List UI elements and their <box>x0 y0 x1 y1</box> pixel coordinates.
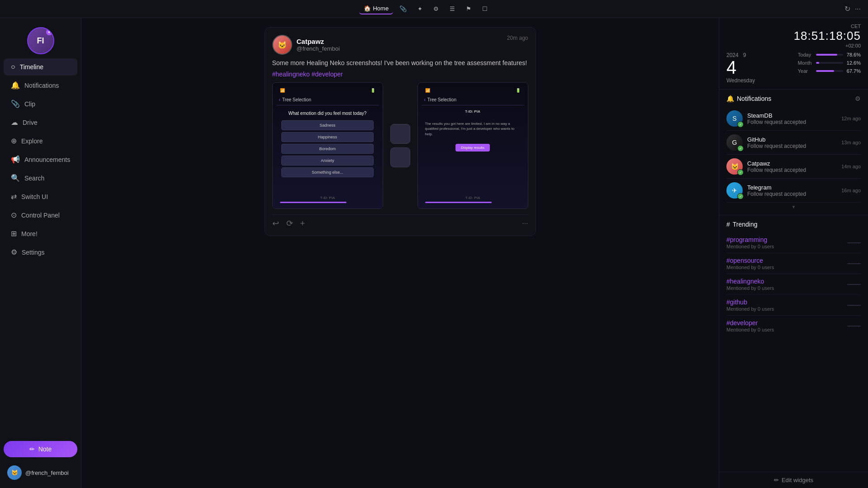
explore-icon: ⊕ <box>11 137 17 145</box>
phone-id-label: T-ID: PIA <box>461 105 484 118</box>
trending-programming-sub: Mentioned by 0 users <box>726 244 774 249</box>
catpawz-badge: ✓ <box>737 169 744 175</box>
clock-time: 18:51:18:05 <box>726 29 861 43</box>
back-arrow-2: ‹ <box>424 97 426 102</box>
trending-programming-info: #programming Mentioned by 0 users <box>726 236 774 249</box>
nav-flag[interactable]: ⚑ <box>461 4 476 14</box>
more-actions[interactable]: ··· <box>522 219 528 227</box>
trending-item-developer[interactable]: #developer Mentioned by 0 users <box>726 316 861 336</box>
option-happiness[interactable]: Happiness <box>281 132 374 142</box>
steamdb-time: 12m ago <box>841 116 861 121</box>
phone-cta-button[interactable]: Display results <box>455 144 490 152</box>
more-sidebar-icon: ⊞ <box>11 229 17 238</box>
clock-stat-year-bar <box>816 70 843 72</box>
sidebar-item-drive[interactable]: ☁ Drive <box>4 114 77 131</box>
reply-action[interactable]: ↩ <box>272 218 279 228</box>
nav-gear[interactable]: ⚙ <box>429 4 443 14</box>
nav-clip[interactable]: 📎 <box>395 4 411 14</box>
sidebar-item-explore[interactable]: ⊕ Explore <box>4 132 77 150</box>
edit-widgets-section[interactable]: ✏ Edit widgets <box>719 472 868 488</box>
sidebar-item-announcements[interactable]: 📢 Announcements <box>4 151 77 168</box>
trending-github-sub: Mentioned by 0 users <box>726 306 774 312</box>
clock-stat-year-pct: 67.7% <box>847 68 861 74</box>
sidebar-item-notifications[interactable]: 🔔 Notifications <box>4 76 77 94</box>
clip-icon: 📎 <box>11 99 20 108</box>
github-avatar: G ✓ <box>726 134 743 151</box>
control-panel-icon: ⊙ <box>11 211 17 219</box>
edit-widgets-button[interactable]: ✏ Edit widgets <box>726 477 861 483</box>
avatar-badge: ✦ <box>46 29 52 35</box>
phone-status-bar-2: 📶🔋 <box>422 86 524 95</box>
placeholder-2 <box>390 147 410 167</box>
refresh-icon[interactable]: ↻ <box>844 5 850 13</box>
notif-item-steamdb[interactable]: S ✓ SteamDB Follow request accepted 12m … <box>726 107 861 131</box>
phone-footer-text-2: T-ID: PIA <box>425 196 521 200</box>
github-time: 13m ago <box>841 140 861 145</box>
option-anxiety[interactable]: Anxiety <box>281 156 374 166</box>
screen2-title: Tree Selection <box>427 97 456 102</box>
top-bar: 🏠 Home 📎 ✦ ⚙ ☰ ⚑ ☐ ↻ ··· <box>0 0 868 18</box>
clock-stat-month-fill <box>816 62 820 64</box>
screen1-title: Tree Selection <box>282 97 311 102</box>
clock-stats: Today 78.6% Month 12.6% Ye <box>798 52 861 74</box>
sidebar-item-clip[interactable]: 📎 Clip <box>4 95 77 113</box>
sidebar-item-more[interactable]: ⊞ More! <box>4 225 77 242</box>
top-bar-right: ↻ ··· <box>844 5 861 13</box>
sidebar-avatar-container: FI ✦ <box>0 22 81 58</box>
post-author: 🐱 Catpawz @french_femboi <box>272 35 340 55</box>
clock-stat-today: Today 78.6% <box>798 52 861 57</box>
user-avatar[interactable]: FI ✦ <box>27 27 54 54</box>
trending-section: # Trending #programming Mentioned by 0 u… <box>719 215 868 472</box>
sidebar-item-control-panel[interactable]: ⊙ Control Panel <box>4 206 77 224</box>
phone-body-text: The results you got here are limited, I … <box>422 118 524 140</box>
trending-item-programming[interactable]: #programming Mentioned by 0 users <box>726 232 861 253</box>
more-icon[interactable]: ··· <box>855 5 861 13</box>
sidebar-item-drive-label: Drive <box>23 119 38 126</box>
repost-action[interactable]: ⟳ <box>286 218 293 228</box>
notifications-header: 🔔 Notifications ⚙ <box>726 95 861 102</box>
react-action[interactable]: + <box>300 219 305 228</box>
clock-stat-year: Year 67.7% <box>798 68 861 74</box>
notif-item-github[interactable]: G ✓ GitHub Follow request accepted 13m a… <box>726 131 861 155</box>
user-handle: @french_femboi <box>25 469 69 476</box>
sidebar-item-switch-ui[interactable]: ⇄ Switch UI <box>4 188 77 205</box>
clock-month: 9 <box>743 52 746 58</box>
clock-stat-month-bar <box>816 62 843 64</box>
trending-item-healingneko[interactable]: #healingneko Mentioned by 0 users <box>726 274 861 295</box>
notifications-section: 🔔 Notifications ⚙ S ✓ SteamDB Follow req… <box>719 90 868 215</box>
trending-opensource-info: #opensource Mentioned by 0 users <box>726 257 774 270</box>
clock-timezone: CET <box>726 24 861 29</box>
option-boredom[interactable]: Boredom <box>281 144 374 154</box>
back-arrow-1: ‹ <box>279 97 280 102</box>
sidebar-item-search[interactable]: 🔍 Search <box>4 169 77 187</box>
trending-item-github[interactable]: #github Mentioned by 0 users <box>726 295 861 316</box>
nav-home[interactable]: 🏠 Home <box>359 3 393 14</box>
post-tags[interactable]: #healingneko #developer <box>272 71 528 78</box>
sidebar-user[interactable]: 🐱 @french_femboi <box>0 461 81 484</box>
sidebar-item-settings-label: Settings <box>22 249 45 256</box>
clock-date-row: 2024 9 4 Wednesday Today 78.6% <box>726 52 861 84</box>
nav-star[interactable]: ✦ <box>413 4 427 14</box>
clock-stat-month-pct: 12.6% <box>847 60 861 66</box>
nav-list[interactable]: ☰ <box>445 4 460 14</box>
sidebar-item-control-panel-label: Control Panel <box>21 212 60 219</box>
option-sadness[interactable]: Sadness <box>281 120 374 130</box>
trending-item-opensource[interactable]: #opensource Mentioned by 0 users <box>726 253 861 274</box>
sidebar-item-settings[interactable]: ⚙ Settings <box>4 243 77 261</box>
option-other[interactable]: Something else... <box>281 167 374 177</box>
announcements-icon: 📢 <box>11 155 20 164</box>
notifications-settings-icon[interactable]: ⚙ <box>855 95 861 102</box>
trending-hash-icon: # <box>726 221 730 228</box>
notif-item-telegram[interactable]: ✈ ✓ Telegram Follow request accepted 16m… <box>726 179 861 203</box>
note-icon: ✏ <box>29 445 35 453</box>
clock-stat-today-label: Today <box>798 52 812 57</box>
telegram-badge: ✓ <box>737 193 744 199</box>
phone-status-bar-1: 📶🔋 <box>276 86 379 95</box>
notif-item-catpawz[interactable]: 🐱 ✓ Catpawz Follow request accepted 14m … <box>726 155 861 179</box>
note-button[interactable]: ✏ Note <box>4 441 77 457</box>
clock-stat-today-bar <box>816 54 843 56</box>
content-area: 🐱 Catpawz @french_femboi 20m ago Some mo… <box>81 18 719 488</box>
trending-github-bar <box>847 305 861 306</box>
nav-folder[interactable]: ☐ <box>478 4 492 14</box>
sidebar-item-timeline[interactable]: ○ Timeline <box>4 58 77 76</box>
